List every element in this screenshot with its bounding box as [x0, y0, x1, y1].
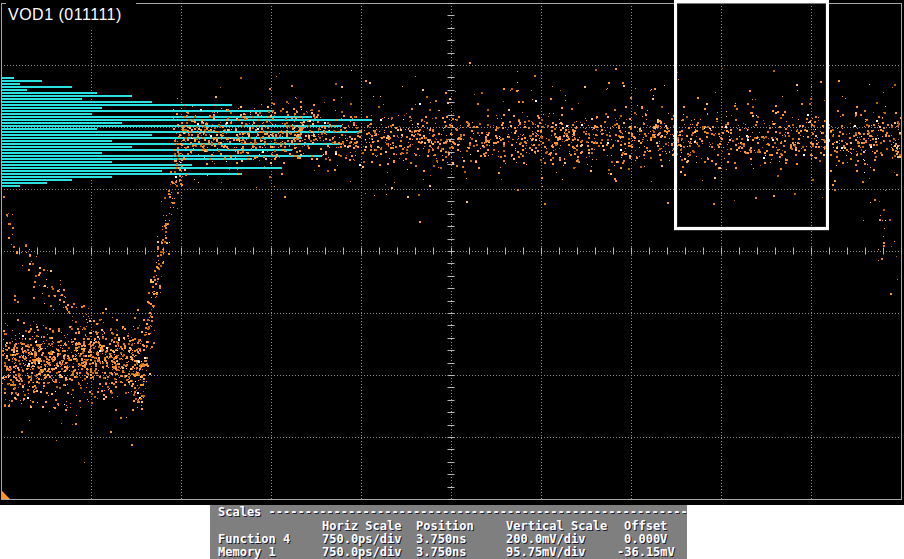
scales-row-position: 3.750ns — [416, 546, 467, 559]
trigger-level-marker-icon — [2, 491, 10, 499]
trace-label: VOD1 (011111) — [6, 3, 136, 29]
scales-row-name: Memory 1 — [218, 546, 276, 559]
scales-panel-title: Scales ---------------------------------… — [218, 506, 686, 519]
scales-row-vertical-scale: 95.75mV/div — [506, 546, 585, 559]
measurement-selection-box[interactable] — [674, 0, 829, 230]
scales-panel: Scales ---------------------------------… — [210, 505, 687, 559]
scales-row-offset: -36.15mV — [617, 546, 675, 559]
oscilloscope-screen: VOD1 (011111) Scales -------------------… — [0, 0, 904, 559]
scales-row-horiz-scale: 750.0ps/div — [322, 546, 401, 559]
